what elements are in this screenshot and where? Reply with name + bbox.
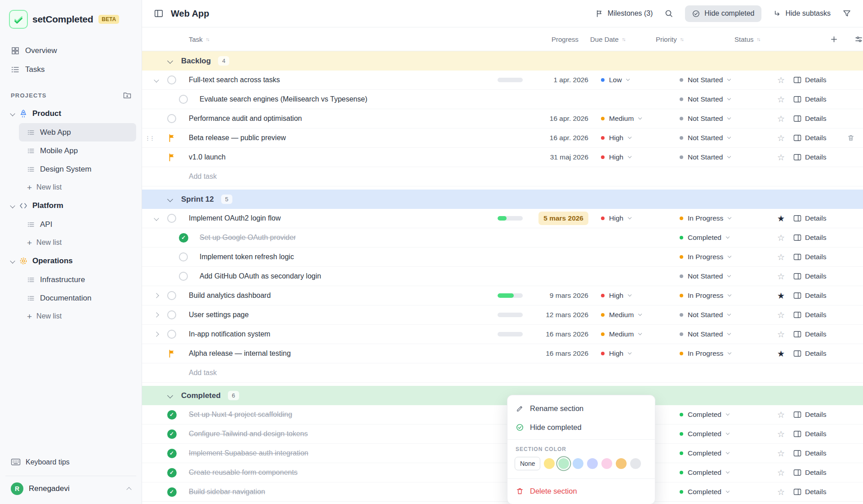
priority-select[interactable]: High bbox=[596, 349, 674, 358]
drag-handle[interactable]: ⋮⋮ bbox=[145, 135, 155, 141]
task-title[interactable]: Implement Supabase auth integration bbox=[189, 449, 308, 457]
status-select[interactable]: Completed bbox=[674, 449, 769, 457]
details-button[interactable]: Details bbox=[793, 469, 826, 477]
details-button[interactable]: Details bbox=[793, 234, 826, 242]
details-button[interactable]: Details bbox=[793, 272, 826, 280]
task-row[interactable]: ⋮⋮ ✓ User settings page 12 mars 2026 Med… bbox=[142, 305, 863, 325]
task-title[interactable]: Set up Nuxt 4 project scaffolding bbox=[189, 411, 292, 419]
trash-icon[interactable] bbox=[847, 134, 855, 142]
completed-check-icon[interactable]: ✓ bbox=[167, 410, 177, 420]
star-icon[interactable]: ☆ bbox=[777, 76, 785, 84]
color-swatch-yellow[interactable] bbox=[544, 458, 555, 469]
details-button[interactable]: Details bbox=[793, 134, 826, 142]
priority-select[interactable]: Medium bbox=[596, 330, 674, 338]
completed-check-icon[interactable]: ✓ bbox=[167, 429, 177, 439]
task-title[interactable]: Configure Tailwind and design tokens bbox=[189, 430, 308, 438]
star-icon[interactable]: ☆ bbox=[777, 234, 785, 242]
due-date[interactable]: 16 apr. 2026 bbox=[550, 115, 588, 123]
task-row[interactable]: ⋮⋮ ✓ In-app notification system 16 mars … bbox=[142, 325, 863, 344]
due-date[interactable]: 12 mars 2026 bbox=[546, 311, 588, 319]
task-title[interactable]: Add GitHub OAuth as secondary login bbox=[200, 272, 321, 280]
task-checkbox[interactable] bbox=[167, 291, 176, 300]
task-title[interactable]: Performance audit and optimisation bbox=[189, 115, 302, 123]
due-date[interactable]: 9 mars 2026 bbox=[550, 292, 588, 300]
priority-select[interactable]: High bbox=[596, 153, 674, 161]
status-select[interactable]: Not Started bbox=[674, 153, 769, 161]
details-button[interactable]: Details bbox=[793, 115, 826, 123]
priority-select[interactable]: Medium bbox=[596, 311, 674, 319]
sidebar-toggle-icon[interactable] bbox=[154, 9, 164, 18]
completed-check-icon[interactable]: ✓ bbox=[167, 449, 177, 458]
status-select[interactable]: Completed bbox=[674, 469, 769, 477]
add-task-row[interactable]: Add task bbox=[142, 167, 863, 186]
new-folder-icon[interactable] bbox=[123, 91, 132, 100]
details-button[interactable]: Details bbox=[793, 411, 826, 419]
star-icon[interactable]: ★ bbox=[777, 349, 785, 358]
completed-check-icon[interactable]: ✓ bbox=[179, 233, 188, 243]
menu-item-hide-completed[interactable]: Hide completed bbox=[507, 418, 655, 437]
priority-select[interactable]: High bbox=[596, 134, 674, 142]
due-date[interactable]: 16 mars 2026 bbox=[546, 330, 588, 338]
sidebar-item-infrastructure[interactable]: Infrastructure bbox=[19, 270, 136, 289]
due-date[interactable]: 16 mars 2026 bbox=[546, 349, 588, 358]
task-row[interactable]: ⋮⋮ ✓ Beta release — public preview 16 ap… bbox=[142, 128, 863, 148]
star-icon[interactable]: ☆ bbox=[777, 411, 785, 419]
hide-subtasks-button[interactable]: Hide subtasks bbox=[773, 9, 831, 18]
milestones-button[interactable]: Milestones (3) bbox=[595, 9, 653, 18]
status-select[interactable]: Completed bbox=[674, 488, 769, 496]
sidebar-item-web-app[interactable]: Web App bbox=[19, 123, 136, 141]
star-icon[interactable]: ☆ bbox=[777, 469, 785, 477]
search-button[interactable] bbox=[664, 9, 673, 18]
task-row[interactable]: ⋮⋮ ✓ Build sidebar navigation Medium Com… bbox=[142, 482, 863, 502]
details-button[interactable]: Details bbox=[793, 330, 826, 338]
expander[interactable] bbox=[155, 294, 166, 297]
task-title[interactable]: Beta release — public preview bbox=[189, 134, 286, 142]
completed-check-icon[interactable]: ✓ bbox=[167, 468, 177, 477]
sidebar-item-api[interactable]: API bbox=[19, 215, 136, 234]
star-icon[interactable]: ☆ bbox=[777, 95, 785, 104]
column-status[interactable]: Status↑↓ bbox=[729, 35, 823, 43]
task-row[interactable]: ⋮⋮ ✓ Add GitHub OAuth as secondary login… bbox=[142, 267, 863, 286]
status-select[interactable]: In Progress bbox=[674, 214, 769, 222]
expander[interactable] bbox=[155, 78, 166, 82]
color-swatch-green[interactable] bbox=[558, 458, 569, 469]
status-select[interactable]: Not Started bbox=[674, 134, 769, 142]
keyboard-tips-button[interactable]: Keyboard tips bbox=[5, 452, 136, 472]
sidebar-item-mobile-app[interactable]: Mobile App bbox=[19, 141, 136, 160]
star-icon[interactable]: ☆ bbox=[777, 272, 785, 281]
color-none-button[interactable]: None bbox=[515, 457, 540, 470]
details-button[interactable]: Details bbox=[793, 449, 826, 457]
new-list-button-product[interactable]: + New list bbox=[19, 178, 136, 196]
expander[interactable] bbox=[155, 313, 166, 317]
details-button[interactable]: Details bbox=[793, 95, 826, 103]
filter-button[interactable] bbox=[842, 9, 851, 18]
status-select[interactable]: Not Started bbox=[674, 95, 769, 103]
column-task[interactable]: Task↑↓ bbox=[189, 35, 543, 43]
task-row[interactable]: ⋮⋮ ✓ Implement OAuth2 login flow 5 mars … bbox=[142, 209, 863, 228]
star-icon[interactable]: ☆ bbox=[777, 115, 785, 123]
add-task-row[interactable]: Add task bbox=[142, 363, 863, 383]
details-button[interactable]: Details bbox=[793, 292, 826, 300]
task-checkbox[interactable] bbox=[167, 330, 176, 339]
task-row[interactable]: ⋮⋮ ✓ Configure Tailwind and design token… bbox=[142, 424, 863, 444]
task-checkbox[interactable] bbox=[167, 214, 176, 223]
nav-overview[interactable]: Overview bbox=[5, 41, 136, 60]
details-button[interactable]: Details bbox=[793, 488, 826, 496]
column-due-date[interactable]: Due Date↑↓ bbox=[587, 35, 650, 43]
task-row[interactable]: ⋮⋮ ✓ v1.0 launch 31 maj 2026 High Not St… bbox=[142, 148, 863, 167]
details-button[interactable]: Details bbox=[793, 349, 826, 358]
task-checkbox[interactable] bbox=[179, 95, 188, 104]
task-title[interactable]: Implement token refresh logic bbox=[200, 253, 294, 261]
task-title[interactable]: Alpha release — internal testing bbox=[189, 349, 291, 358]
priority-select[interactable]: High bbox=[596, 214, 674, 222]
status-select[interactable]: Not Started bbox=[674, 330, 769, 338]
sidebar-item-design-system[interactable]: Design System bbox=[19, 160, 136, 178]
task-title[interactable]: Implement OAuth2 login flow bbox=[189, 214, 281, 222]
color-swatch-blue[interactable] bbox=[573, 458, 583, 469]
task-title[interactable]: Full-text search across tasks bbox=[189, 76, 280, 84]
task-title[interactable]: User settings page bbox=[189, 311, 249, 319]
status-select[interactable]: Not Started bbox=[674, 115, 769, 123]
project-group-product[interactable]: Product bbox=[5, 104, 136, 123]
details-button[interactable]: Details bbox=[793, 253, 826, 261]
task-row[interactable]: ⋮⋮ ✓ Full-text search across tasks 1 apr… bbox=[142, 71, 863, 90]
